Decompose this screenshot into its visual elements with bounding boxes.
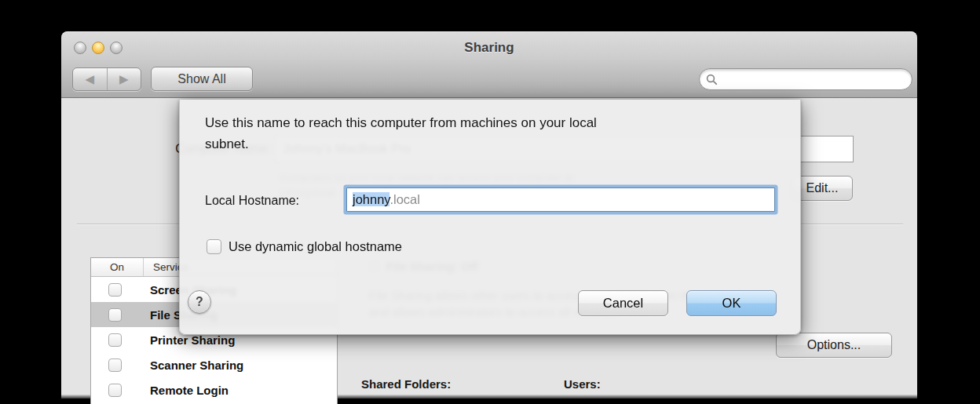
search-field[interactable] <box>699 68 912 90</box>
options-button[interactable]: Options... <box>776 333 892 358</box>
service-checkbox[interactable] <box>108 283 122 297</box>
hostname-selected-text: johnny <box>353 192 389 206</box>
forward-icon: ▶ <box>119 72 129 86</box>
table-row[interactable]: Scanner Sharing <box>91 352 337 377</box>
local-hostname-label: Local Hostname: <box>205 194 299 208</box>
sheet-message-line2: subnet. <box>205 136 249 152</box>
screen: Computer Name: Johnny's MacBook Pro Comp… <box>0 0 980 404</box>
show-all-button[interactable]: Show All <box>151 67 253 91</box>
hostname-rest-text: .local <box>389 192 420 206</box>
users-label: Users: <box>564 377 601 391</box>
column-header-on[interactable]: On <box>91 258 144 276</box>
window-title: Sharing <box>61 40 917 56</box>
local-hostname-input[interactable]: johnny.local <box>346 187 775 212</box>
window-chrome: Sharing ◀ ▶ Show All <box>61 31 917 98</box>
dynamic-hostname-checkbox[interactable] <box>207 239 221 254</box>
service-label: Printer Sharing <box>150 333 235 347</box>
forward-button[interactable]: ▶ <box>108 68 141 90</box>
service-label: Remote Login <box>150 384 229 397</box>
search-icon <box>706 74 718 86</box>
service-checkbox[interactable] <box>108 384 122 397</box>
shared-folders-label: Shared Folders: <box>361 377 451 391</box>
local-hostname-sheet: Use this name to reach this computer fro… <box>179 100 801 335</box>
back-button[interactable]: ◀ <box>73 68 108 90</box>
table-row[interactable]: Remote Login <box>91 377 337 402</box>
nav-control: ◀ ▶ <box>72 67 141 91</box>
dynamic-hostname-checkbox-row[interactable]: Use dynamic global hostname <box>207 239 402 254</box>
cancel-button[interactable]: Cancel <box>578 290 668 316</box>
service-checkbox[interactable] <box>108 333 122 347</box>
back-icon: ◀ <box>85 72 94 86</box>
sheet-message-line1: Use this name to reach this computer fro… <box>205 115 597 131</box>
help-button[interactable]: ? <box>188 290 211 314</box>
service-label: Scanner Sharing <box>150 359 243 372</box>
dynamic-hostname-checkbox-label: Use dynamic global hostname <box>229 239 402 254</box>
search-input[interactable] <box>722 73 912 86</box>
ok-button[interactable]: OK <box>686 290 777 316</box>
service-checkbox[interactable] <box>108 308 122 322</box>
service-checkbox[interactable] <box>108 359 122 372</box>
